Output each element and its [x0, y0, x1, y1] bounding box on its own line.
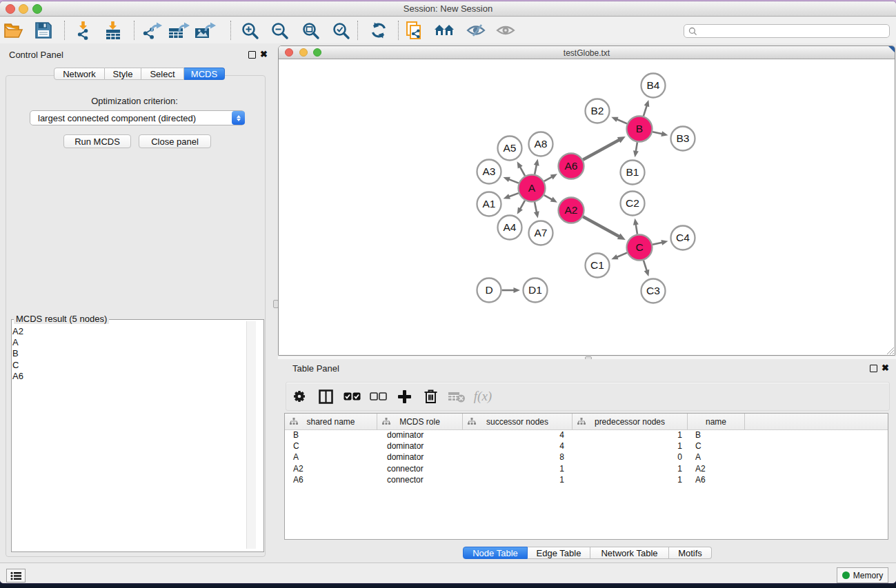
- show-columns-icon[interactable]: [312, 386, 339, 407]
- select-all-icon[interactable]: [339, 386, 365, 407]
- result-item[interactable]: A6: [12, 371, 247, 382]
- save-session-icon[interactable]: [32, 19, 54, 41]
- table-row[interactable]: Adominator80A: [285, 452, 888, 463]
- cell-name: A6: [688, 474, 745, 485]
- run-mcds-button[interactable]: Run MCDS: [63, 134, 131, 148]
- tab-mcds[interactable]: MCDS: [184, 68, 225, 80]
- main-toolbar: [0, 17, 896, 44]
- cell-predecessor-nodes: 1: [573, 429, 688, 440]
- import-network-icon[interactable]: [72, 19, 94, 41]
- node-label-A4: A4: [504, 221, 517, 233]
- control-panel-title: Control Panel: [9, 50, 63, 60]
- control-panel: Control Panel ✖ NetworkStyleSelectMCDS O…: [0, 43, 269, 562]
- toolbar-separator: [64, 21, 65, 40]
- column-header-predecessor-nodes[interactable]: predecessor nodes: [573, 414, 688, 429]
- table-row[interactable]: A2connector11A2: [285, 463, 888, 474]
- mcds-result-list[interactable]: A2ABCA6: [12, 326, 247, 382]
- result-item[interactable]: C: [12, 360, 247, 371]
- export-network-icon[interactable]: [141, 19, 163, 41]
- node-label-B2: B2: [591, 105, 604, 116]
- close-panel-button[interactable]: Close panel: [139, 134, 211, 148]
- status-bar: Memory: [0, 562, 896, 583]
- search-input[interactable]: [700, 26, 889, 37]
- cell-MCDS-role: dominator: [377, 452, 463, 463]
- result-item[interactable]: B: [12, 348, 247, 359]
- search-field[interactable]: [684, 24, 890, 38]
- node-label-C3: C3: [646, 285, 660, 296]
- cell-predecessor-nodes: 1: [573, 463, 688, 474]
- optimization-criterion-label: Optimization criterion:: [0, 96, 269, 106]
- cell-shared-name: A6: [285, 474, 377, 485]
- tab-motifs[interactable]: Motifs: [669, 547, 712, 559]
- network-graph-canvas[interactable]: AA6A2BCA5A8A3A1A4A7B2B4B3B1C2C4C1C3DD1: [279, 59, 895, 355]
- copy-network-icon[interactable]: [404, 19, 426, 41]
- column-header-successor-nodes[interactable]: successor nodes: [463, 414, 573, 429]
- node-label-C2: C2: [626, 197, 639, 209]
- node-label-B3: B3: [677, 132, 690, 144]
- vertical-split-divider[interactable]: [269, 43, 278, 562]
- cell-shared-name: A2: [285, 463, 377, 474]
- table-panel: Table Panel ✖ f(x) shared nameMCDS roles…: [278, 359, 896, 562]
- tab-style[interactable]: Style: [105, 68, 141, 80]
- toolbar-separator: [134, 21, 135, 40]
- network-window-title: testGlobe.txt: [279, 48, 895, 58]
- cell-MCDS-role: connector: [377, 474, 463, 485]
- delete-row-icon[interactable]: [417, 386, 444, 407]
- toolbar-separator: [398, 21, 399, 40]
- column-header-shared-name[interactable]: shared name: [285, 414, 377, 429]
- column-header-name[interactable]: name: [688, 414, 745, 429]
- node-label-A8: A8: [535, 138, 548, 150]
- add-row-icon[interactable]: [391, 386, 417, 407]
- node-label-A: A: [528, 182, 536, 194]
- export-table-icon[interactable]: [168, 19, 190, 41]
- table-row[interactable]: Cdominator41C: [285, 440, 888, 452]
- tab-network[interactable]: Network: [54, 68, 105, 80]
- close-panel-icon[interactable]: ✖: [260, 51, 268, 57]
- home-icon[interactable]: [433, 19, 455, 41]
- criterion-dropdown[interactable]: largest connected component (directed): [30, 110, 245, 125]
- cell-MCDS-role: dominator: [377, 429, 463, 440]
- table-options-icon[interactable]: [286, 386, 312, 407]
- table-row[interactable]: A6connector11A6: [285, 474, 888, 485]
- cell-predecessor-nodes: 1: [573, 440, 688, 452]
- unselect-all-icon[interactable]: [365, 386, 391, 407]
- search-icon: [688, 27, 697, 36]
- tab-node-table[interactable]: Node Table: [463, 547, 528, 559]
- zoom-in-icon[interactable]: [239, 19, 261, 41]
- node-label-C4: C4: [676, 232, 690, 243]
- tab-network-table[interactable]: Network Table: [590, 547, 669, 559]
- window-resize-grip[interactable]: [886, 346, 894, 354]
- open-file-icon[interactable]: [3, 19, 25, 41]
- refresh-layout-icon[interactable]: [368, 19, 390, 41]
- memory-button[interactable]: Memory: [837, 567, 888, 583]
- float-panel-icon[interactable]: [248, 51, 256, 59]
- function-builder-icon[interactable]: f(x): [470, 386, 496, 407]
- table-panel-tabs: Node TableEdge TableNetwork TableMotifs: [463, 547, 712, 559]
- import-table-icon[interactable]: [102, 19, 124, 41]
- result-item[interactable]: A: [12, 337, 247, 348]
- task-history-button[interactable]: [6, 569, 26, 582]
- zoom-out-icon[interactable]: [268, 19, 290, 41]
- node-table[interactable]: shared nameMCDS rolesuccessor nodesprede…: [284, 413, 888, 540]
- zoom-selected-icon[interactable]: [330, 19, 352, 41]
- active-frame-corner: [888, 46, 895, 52]
- float-table-panel-icon[interactable]: [870, 365, 877, 372]
- window-title: Session: New Session: [0, 3, 896, 14]
- close-table-panel-icon[interactable]: ✖: [882, 365, 889, 371]
- network-window-titlebar[interactable]: testGlobe.txt: [279, 46, 895, 59]
- table-row[interactable]: Bdominator41B: [285, 429, 888, 440]
- node-label-D: D: [485, 284, 492, 296]
- table-panel-title: Table Panel: [292, 363, 339, 374]
- cell-shared-name: C: [285, 440, 377, 452]
- task-list-icon: [10, 571, 21, 580]
- column-header-MCDS-role[interactable]: MCDS role: [377, 414, 463, 429]
- result-item[interactable]: A2: [12, 326, 247, 337]
- tab-edge-table[interactable]: Edge Table: [528, 547, 590, 559]
- export-image-icon[interactable]: [194, 19, 216, 41]
- result-scrollbar[interactable]: [246, 321, 256, 549]
- show-graphics-details-icon[interactable]: [495, 19, 517, 41]
- zoom-fit-icon[interactable]: [299, 19, 321, 41]
- delete-table-icon[interactable]: [444, 386, 470, 407]
- tab-select[interactable]: Select: [141, 68, 184, 80]
- hide-graphics-details-icon[interactable]: [465, 19, 487, 41]
